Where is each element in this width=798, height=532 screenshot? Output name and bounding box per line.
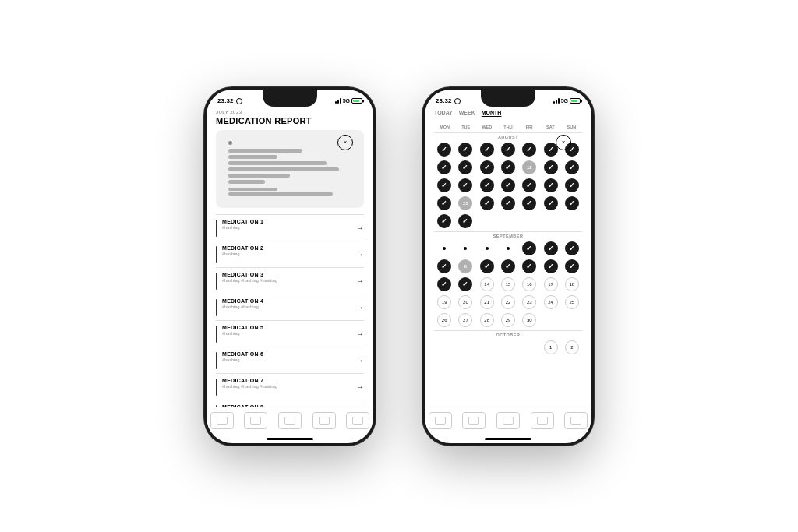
- nav-icon-c3[interactable]: [496, 412, 520, 429]
- aug-r1c5[interactable]: ✓: [519, 141, 539, 158]
- med-item-8[interactable]: MEDICATION 8 #hashtag →: [216, 400, 364, 407]
- sep-r3c1[interactable]: ✓: [434, 276, 454, 293]
- nav-icon-3[interactable]: [278, 412, 302, 429]
- med-accent-bar-1: [216, 220, 217, 237]
- aug-r2c5-12[interactable]: 12: [519, 159, 539, 176]
- date-16: 16: [522, 277, 536, 291]
- sep-r1c6[interactable]: ✓: [540, 240, 560, 257]
- aug-r4c1[interactable]: ✓: [434, 195, 454, 212]
- aug-r3c6[interactable]: ✓: [540, 177, 560, 194]
- signal-bar-1: [335, 101, 337, 104]
- aug-r2c1[interactable]: ✓: [434, 159, 454, 176]
- aug-r5c2[interactable]: ✓: [455, 213, 475, 230]
- nav-icon-4[interactable]: [312, 412, 336, 429]
- sep-r4c3-21[interactable]: 21: [477, 294, 497, 311]
- aug-r1c1[interactable]: ✓: [434, 141, 454, 158]
- sep-r2c7[interactable]: ✓: [562, 258, 582, 275]
- med-item-3[interactable]: MEDICATION 3 #hashtag #hashtag #hashtag …: [216, 267, 364, 294]
- check-icon: ✓: [501, 178, 515, 192]
- sep-r5c6: [540, 312, 560, 329]
- med-info-7: MEDICATION 7 #hashtag #hashtag #hashtag: [222, 378, 277, 389]
- aug-r3c5[interactable]: ✓: [519, 177, 539, 194]
- aug-r4c6[interactable]: ✓: [540, 195, 560, 212]
- sep-r5c4-29[interactable]: 29: [498, 312, 518, 329]
- sep-r2c2-6[interactable]: 6: [455, 258, 475, 275]
- aug-r2c6[interactable]: ✓: [540, 159, 560, 176]
- close-button-2[interactable]: ×: [556, 135, 571, 150]
- aug-r2c2[interactable]: ✓: [455, 159, 475, 176]
- sep-r3c4-15[interactable]: 15: [498, 276, 518, 293]
- sep-r3c6-17[interactable]: 17: [540, 276, 560, 293]
- nav-icon-c4[interactable]: [531, 412, 554, 429]
- sep-r5c5-30[interactable]: 30: [519, 312, 539, 329]
- sep-r5c2-27[interactable]: 27: [455, 312, 475, 329]
- check-icon: ✓: [458, 277, 472, 291]
- nav-icon-inner-5: [352, 417, 363, 425]
- aug-r2c7[interactable]: ✓: [562, 159, 582, 176]
- aug-r4c2-23[interactable]: 23: [455, 195, 475, 212]
- aug-r5c1[interactable]: ✓: [434, 213, 454, 230]
- sep-r4c6-24[interactable]: 24: [540, 294, 560, 311]
- check-icon: ✓: [480, 160, 494, 174]
- aug-r3c4[interactable]: ✓: [498, 177, 518, 194]
- sep-r2c5[interactable]: ✓: [519, 258, 539, 275]
- aug-r2c3[interactable]: ✓: [477, 159, 497, 176]
- nav-icon-inner-c4: [537, 417, 548, 425]
- med-item-1[interactable]: MEDICATION 1 #hashtag →: [216, 214, 364, 241]
- check-icon: ✓: [565, 196, 579, 210]
- med-item-7[interactable]: MEDICATION 7 #hashtag #hashtag #hashtag …: [216, 373, 364, 400]
- med-item-2[interactable]: MEDICATION 2 #hashtag →: [216, 241, 364, 267]
- sep-r2c1[interactable]: ✓: [434, 258, 454, 275]
- sep-r4c5-23[interactable]: 23: [519, 294, 539, 311]
- check-icon: ✓: [480, 196, 494, 210]
- tab-today[interactable]: TODAY: [434, 110, 453, 115]
- aug-r3c1[interactable]: ✓: [434, 177, 454, 194]
- nav-icon-2[interactable]: [244, 412, 267, 429]
- close-button-1[interactable]: ×: [337, 135, 353, 150]
- aug-r3c2[interactable]: ✓: [455, 177, 475, 194]
- aug-r4c4[interactable]: ✓: [498, 195, 518, 212]
- aug-r1c4[interactable]: ✓: [498, 141, 518, 158]
- aug-r3c3[interactable]: ✓: [477, 177, 497, 194]
- sep-r2c6[interactable]: ✓: [540, 258, 560, 275]
- nav-icon-c5[interactable]: [564, 412, 588, 429]
- med-item-4[interactable]: MEDICATION 4 #hashtag #hashtag →: [216, 294, 364, 320]
- nav-icon-1[interactable]: [210, 412, 234, 429]
- sep-r4c7-25[interactable]: 25: [562, 294, 582, 311]
- sep-r3c7-18[interactable]: 18: [562, 276, 582, 293]
- aug-r3c7[interactable]: ✓: [562, 177, 582, 194]
- oct-r1c7-2[interactable]: 2: [562, 339, 582, 356]
- med-info-4: MEDICATION 4 #hashtag #hashtag: [222, 298, 263, 309]
- med-item-6[interactable]: MEDICATION 6 #hashtag →: [216, 347, 364, 373]
- day-fri: FRI: [519, 123, 540, 131]
- aug-r2c4[interactable]: ✓: [498, 159, 518, 176]
- sep-r5c3-28[interactable]: 28: [477, 312, 497, 329]
- nav-icon-c1[interactable]: [429, 412, 452, 429]
- sep-r5c1-26[interactable]: 26: [434, 312, 454, 329]
- sep-r2c3[interactable]: ✓: [477, 258, 497, 275]
- nav-icon-c2[interactable]: [462, 412, 486, 429]
- oct-r1c6-1[interactable]: 1: [540, 339, 560, 356]
- september-label: SEPTEMBER: [434, 231, 582, 240]
- aug-r4c5[interactable]: ✓: [519, 195, 539, 212]
- sep-r3c2[interactable]: ✓: [455, 276, 475, 293]
- med-item-5[interactable]: MEDICATION 5 #hashtag →: [216, 320, 364, 347]
- aug-r4c7[interactable]: ✓: [562, 195, 582, 212]
- tab-month[interactable]: MONTH: [482, 110, 502, 115]
- date-18: 18: [565, 277, 579, 291]
- sep-r4c2-20[interactable]: 20: [455, 294, 475, 311]
- sep-r2c4[interactable]: ✓: [498, 258, 518, 275]
- tab-week[interactable]: WEEK: [459, 110, 475, 115]
- sep-r4c4-22[interactable]: 22: [498, 294, 518, 311]
- nav-icon-5[interactable]: [346, 412, 369, 429]
- sep-r1c5[interactable]: ✓: [519, 240, 539, 257]
- aug-r1c3[interactable]: ✓: [477, 141, 497, 158]
- aug-r1c2[interactable]: ✓: [455, 141, 475, 158]
- status-right-1: 5G: [335, 98, 362, 104]
- sep-r1c7[interactable]: ✓: [562, 240, 582, 257]
- aug-r4c3[interactable]: ✓: [477, 195, 497, 212]
- sep-r3c3-14[interactable]: 14: [477, 276, 497, 293]
- sep-r4c1-19[interactable]: 19: [434, 294, 454, 311]
- sep-r3c5-16[interactable]: 16: [519, 276, 539, 293]
- med-accent-bar-6: [216, 352, 217, 369]
